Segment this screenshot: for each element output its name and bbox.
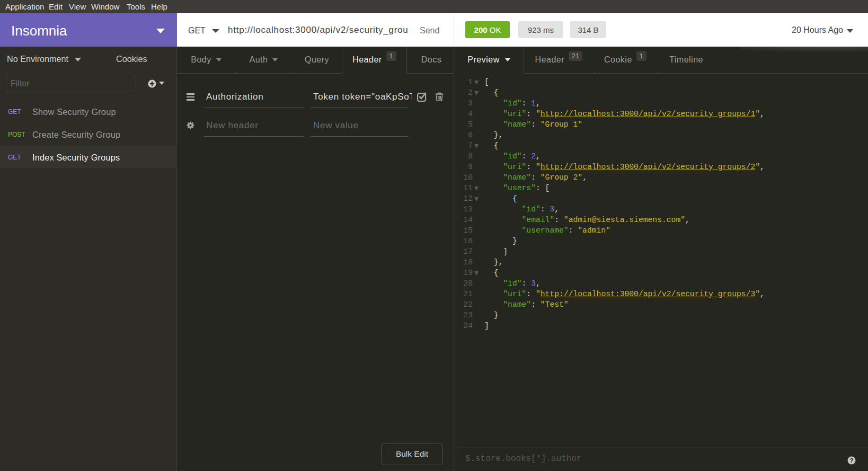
svg-text:?: ?	[849, 457, 853, 464]
